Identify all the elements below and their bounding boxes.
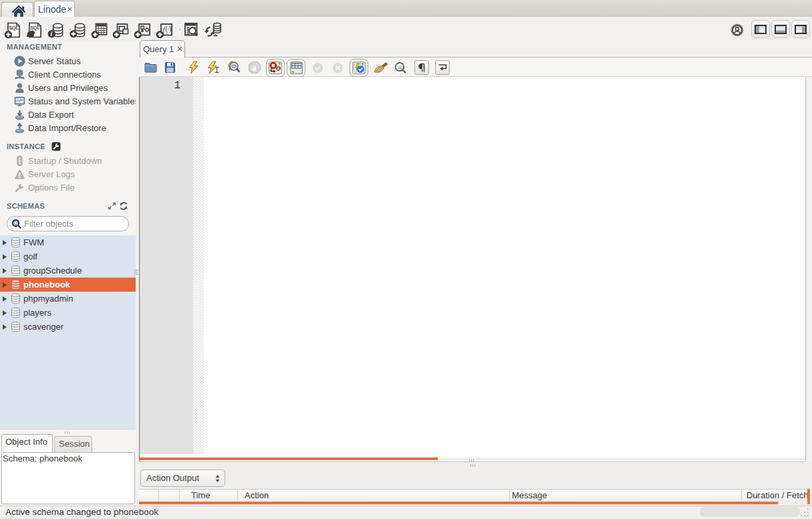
svg-text:( ): ( ) <box>165 25 171 33</box>
svg-text:SQL: SQL <box>9 25 19 31</box>
svg-text:A: A <box>398 64 402 71</box>
svg-text:SQL: SQL <box>30 25 40 31</box>
svg-text:i: i <box>50 30 52 37</box>
